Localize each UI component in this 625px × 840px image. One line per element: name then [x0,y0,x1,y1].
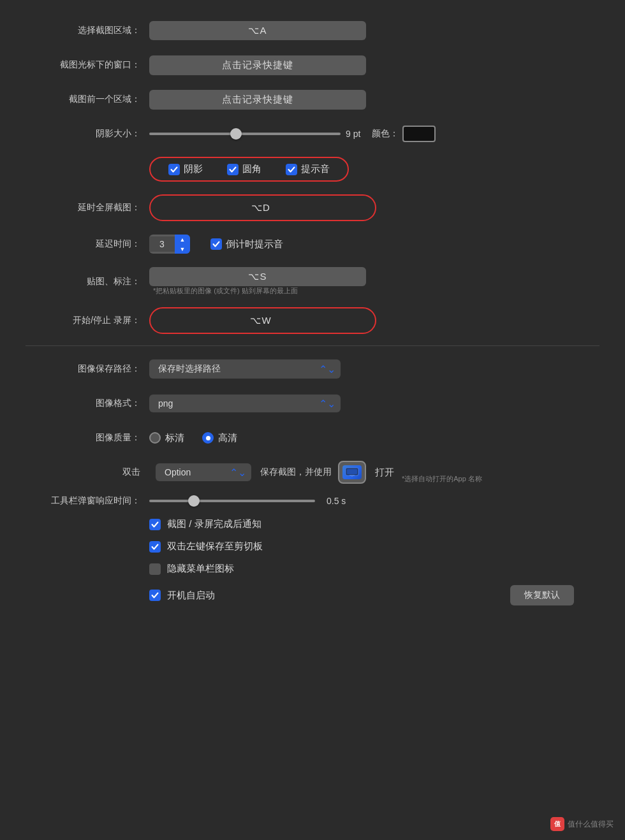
auto-start-label: 开机自启动 [167,590,215,602]
sticker-label: 贴图、标注： [26,276,140,287]
sound-label: 提示音 [301,163,330,175]
notify-label: 截图 / 录屏完成后通知 [167,518,261,530]
app-sub-hint: *选择自动打开的App 名称 [402,474,482,484]
select-region-label: 选择截图区域： [26,25,140,36]
save-path-row: 图像保存路径： 保存时选择路径 ⌃⌄ [26,358,599,380]
countdown-checkbox-item[interactable]: 倒计时提示音 [210,238,283,250]
app-icon-btn[interactable] [338,461,366,484]
image-quality-label: 图像质量： [26,432,140,444]
shadow-checkbox[interactable] [168,164,180,175]
option-select[interactable]: Option [156,463,251,481]
fullscreen-row: 延时全屏截图： ⌥D [26,194,599,221]
delay-up-arrow[interactable]: ▲ [175,235,190,244]
image-format-row: 图像格式： png ⌃⌄ [26,392,599,415]
round-corner-label: 圆角 [242,163,261,175]
window-cursor-label: 截图光标下的窗口： [26,59,140,71]
save-path-select[interactable]: 保存时选择路径 [149,359,341,379]
toolbar-row: 工具栏弹窗响应时间： 0.5 s [26,495,599,507]
prev-region-btn[interactable]: 点击记录快捷键 [149,90,366,110]
shadow-size-label: 阴影大小： [26,128,140,140]
watermark-logo: 值 [550,817,564,831]
save-text: 保存截图，并使用 [260,467,332,478]
open-text: 打开 [375,467,394,479]
image-format-select-wrap: png ⌃⌄ [149,395,341,412]
round-corner-checkbox[interactable] [227,164,239,175]
double-click-save-checkbox[interactable] [149,541,161,553]
delay-value: 3 [149,236,175,252]
auto-start-group: 开机自启动 [149,590,215,602]
hd-radio[interactable] [202,432,214,444]
countdown-label: 倒计时提示音 [226,238,283,250]
hide-menu-checkbox[interactable] [149,563,161,575]
image-format-label: 图像格式： [26,398,140,409]
double-click-save-row: 双击左键保存至剪切板 [149,540,599,553]
shadow-checkbox-label: 阴影 [184,163,203,175]
image-quality-row: 图像质量： 标清 高清 [26,426,599,449]
record-btn[interactable]: ⌥W [156,311,366,330]
notify-checkbox[interactable] [149,519,161,530]
watermark: 值 值什么值得买 [550,817,614,831]
delay-arrows[interactable]: ▲ ▼ [175,235,190,254]
delay-down-arrow[interactable]: ▼ [175,244,190,254]
sticker-btn[interactable]: ⌥S [149,267,366,286]
toolbar-slider-wrap: 0.5 s [149,496,346,506]
delay-row: 延迟时间： 3 ▲ ▼ 倒计时提示音 [26,233,599,256]
hd-label: 高清 [218,432,237,444]
select-region-row: 选择截图区域： ⌥A [26,19,599,42]
divider-1 [26,345,599,346]
shadow-size-slider[interactable] [149,133,341,135]
standard-quality-item[interactable]: 标清 [149,432,184,444]
record-row: 开始/停止 录屏： ⌥W [26,307,599,334]
toolbar-label: 工具栏弹窗响应时间： [26,495,140,507]
toolbar-value: 0.5 s [327,496,346,506]
window-cursor-btn[interactable]: 点击记录快捷键 [149,55,366,75]
notify-row: 截图 / 录屏完成后通知 [149,518,599,530]
auto-start-checkbox[interactable] [149,590,161,601]
record-label: 开始/停止 录屏： [26,315,140,326]
shadow-size-row: 阴影大小： 9 pt 颜色： [26,122,599,145]
hd-quality-item[interactable]: 高清 [202,432,237,444]
standard-label: 标清 [165,432,184,444]
window-cursor-row: 截图光标下的窗口： 点击记录快捷键 [26,54,599,76]
double-click-save-label: 双击左键保存至剪切板 [167,540,263,553]
image-format-select[interactable]: png [149,395,341,412]
prev-region-label: 截图前一个区域： [26,94,140,105]
sticker-row: 贴图、标注： ⌥S *把粘贴板里的图像 (或文件) 贴到屏幕的最上面 [26,267,599,296]
svg-rect-1 [347,469,357,474]
watermark-text: 值什么值得买 [568,819,614,830]
quality-radio-group: 标清 高清 [149,432,237,444]
delay-label: 延迟时间： [26,238,140,250]
option-select-wrap: Option ⌃⌄ [156,463,251,481]
sound-checkbox-item[interactable]: 提示音 [286,163,330,175]
double-tap-prefix-label: 双击 [26,467,140,478]
sound-checkbox[interactable] [286,164,297,175]
app-icon [342,465,362,479]
bottom-row: 开机自启动 恢复默认 [149,585,599,605]
record-oval: ⌥W [149,307,376,334]
save-path-label: 图像保存路径： [26,363,140,375]
prev-region-row: 截图前一个区域： 点击记录快捷键 [26,88,599,111]
shadow-checkbox-item[interactable]: 阴影 [168,163,203,175]
fullscreen-label: 延时全屏截图： [26,202,140,214]
double-tap-row: 双击 Option ⌃⌄ 保存截图，并使用 打开 *选择自动打开的App 名称 [26,461,599,484]
shadow-slider-group: 9 pt 颜色： [149,126,436,142]
fullscreen-oval: ⌥D [149,194,376,221]
checkbox-group: 阴影 圆角 提示音 [149,157,599,182]
restore-btn[interactable]: 恢复默认 [510,585,574,605]
color-label: 颜色： [372,128,399,140]
countdown-checkbox[interactable] [210,238,222,250]
color-picker-btn[interactable] [402,126,436,142]
toolbar-slider[interactable] [149,500,315,502]
save-path-select-wrap: 保存时选择路径 ⌃⌄ [149,359,341,379]
fullscreen-btn[interactable]: ⌥D [156,198,366,217]
standard-radio[interactable] [149,432,161,444]
hide-menu-label: 隐藏菜单栏图标 [167,563,234,575]
round-corner-checkbox-item[interactable]: 圆角 [227,163,261,175]
select-region-btn[interactable]: ⌥A [149,21,366,40]
hide-menu-row: 隐藏菜单栏图标 [149,563,599,575]
sticker-hint: *把粘贴板里的图像 (或文件) 贴到屏幕的最上面 [153,286,366,296]
shadow-size-value: 9 pt [346,129,360,139]
delay-stepper[interactable]: 3 ▲ ▼ [149,235,190,254]
